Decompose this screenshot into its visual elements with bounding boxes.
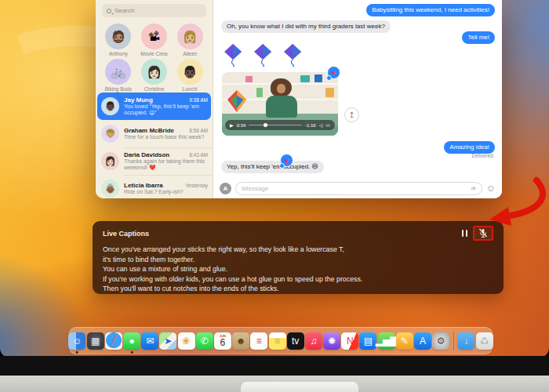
caption-line: Then you'll want to cut notches into the… — [103, 284, 493, 294]
emoji-picker-icon[interactable]: ☺ — [486, 183, 496, 193]
pinned-contact-name: Lunchi — [183, 86, 198, 92]
dock-app-icon[interactable]: ▂▅▇ — [378, 332, 395, 350]
share-button[interactable]: ↥ — [344, 107, 359, 122]
messages-window: Search 🧔🏽 Anthony 📽 Movie Crew 👩🏼 Aileen — [96, 0, 502, 198]
pinned-contact[interactable]: 📽 Movie Crew — [136, 24, 173, 56]
dock-app-icon[interactable]: ☺ — [68, 332, 85, 350]
heart-tapback: ♥ — [327, 66, 340, 79]
dock-app-icon[interactable]: ⚙ — [432, 332, 449, 350]
search-icon — [107, 9, 111, 13]
search-input[interactable]: Search — [102, 4, 206, 17]
message-bubble-outgoing: Amazing idea! — [444, 141, 495, 154]
dock-app-icon[interactable]: ✆ — [196, 332, 213, 350]
avatar: 👩🏼 — [177, 24, 203, 49]
dock-app-icon[interactable]: ↓ — [457, 332, 474, 350]
dock-app-icon[interactable]: ➤ — [159, 332, 176, 350]
pinned-contact[interactable]: 👩🏼 Aileen — [172, 24, 208, 56]
mic-mute-button-highlighted[interactable] — [473, 226, 493, 241]
volume-icon[interactable]: ◁ — [319, 122, 323, 128]
dock-app-icon[interactable]: ✉ — [141, 332, 158, 350]
conversation-row[interactable]: 👵🏾 Leticia Ibarra Yesterday Ride on Sat.… — [96, 175, 213, 198]
avatar: 👨🏿 — [101, 97, 119, 115]
caption-line: Once you've arranged your sticks the rig… — [103, 245, 493, 255]
conversation-time: 8:58 AM — [189, 128, 208, 133]
dock-app-icon[interactable]: ╱ — [105, 332, 122, 350]
conversation-time: Yesterday — [185, 183, 208, 188]
display-stand — [241, 382, 358, 392]
rainbow-kite — [227, 89, 247, 113]
dock-app-icon[interactable]: ≡ — [250, 332, 267, 350]
dock-app-icon[interactable]: ✎ — [396, 332, 413, 350]
message-bubble-outgoing: Babysitting this weekend, I need activit… — [366, 4, 495, 16]
kite-icon — [282, 43, 303, 67]
conversation-preview: Thanks again for taking them this weeken… — [124, 158, 208, 172]
caption-line: If you're working with older kids, you c… — [103, 274, 493, 285]
pause-captions-button[interactable] — [462, 230, 468, 237]
video-attachment[interactable]: ▶ 0:34 -1:16 ◁ ▭ — [222, 72, 338, 136]
pinned-contact-name: Aileen — [183, 51, 197, 56]
pinned-contact[interactable]: 🧔🏽 Anthony — [100, 24, 136, 56]
video-controls: ▶ 0:34 -1:16 ◁ ▭ — [225, 120, 335, 130]
person-sweater — [266, 96, 297, 118]
avatar: 👦🏼 — [101, 125, 119, 143]
pinned-conversations: 🧔🏽 Anthony 📽 Movie Crew 👩🏼 Aileen 🚲 Biki… — [96, 20, 213, 96]
conversation-row[interactable]: 👩🏻 Daria Davidson 8:43 AM Thanks again f… — [96, 147, 213, 175]
dock-app-icon[interactable]: ♺ — [476, 332, 493, 350]
scrubber-thumb[interactable] — [264, 123, 267, 127]
caption-line: You can use a mixture of string and glue… — [103, 264, 493, 274]
search-placeholder: Search — [115, 7, 134, 14]
kite-icon — [223, 43, 243, 67]
conversation-time: 9:38 AM — [189, 97, 208, 103]
message-bubble-incoming: Oh, you know what I did with my third gr… — [221, 20, 391, 33]
dock-app-icon[interactable] — [453, 332, 454, 350]
avatar: 👩🏻 — [141, 59, 167, 85]
caption-text: Once you've arranged your sticks the rig… — [93, 242, 504, 296]
message-bubble-incoming: Yep, this'll keep 'em occupied. 😆 — [221, 161, 324, 173]
dock-app-icon[interactable]: A — [414, 332, 431, 350]
kite-icon — [253, 43, 273, 67]
pinned-contact-name: Movie Crew — [140, 51, 167, 56]
delivered-status: Delivered — [472, 153, 493, 158]
avatar: 👩🏻 — [101, 152, 119, 170]
imessage-apps-button[interactable]: A — [220, 183, 231, 194]
dock-app-icon[interactable]: tv — [287, 332, 304, 350]
dock-app-icon[interactable]: ✺ — [323, 332, 340, 350]
conversation-row[interactable]: 👨🏿 Jay Mung 9:38 AM You loved “Yep, this… — [97, 93, 211, 120]
dock-app-icon[interactable]: ≡ — [269, 332, 286, 350]
pinned-contact[interactable]: 🚲 Biking Buds — [100, 59, 136, 92]
play-button[interactable]: ▶ — [230, 122, 234, 128]
audio-message-icon[interactable]: ıllı — [471, 186, 476, 191]
pinned-contact-name: Anthony — [109, 51, 128, 56]
pinned-contact[interactable]: 👩🏻 Christine — [136, 59, 173, 92]
live-captions-title: Live Captions — [103, 230, 149, 238]
display-screen: Search 🧔🏽 Anthony 📽 Movie Crew 👩🏼 Aileen — [0, 0, 549, 358]
elapsed-time: 0:34 — [237, 123, 246, 128]
message-thread: Babysitting this weekend, I need activit… — [213, 0, 502, 198]
heart-tapback: ♥ — [280, 154, 293, 167]
dock-app-icon[interactable]: ▤ — [359, 332, 376, 350]
dock-app-icon[interactable]: ☻ — [232, 332, 249, 350]
dock-app-icon[interactable]: ❀ — [178, 332, 195, 350]
caption-line: it's time to bind them together. — [103, 255, 493, 265]
conversation-name: Jay Mung — [124, 96, 153, 103]
conversation-name: Daria Davidson — [124, 151, 169, 158]
pinned-contact[interactable]: 👨🏿 Lunchi — [172, 59, 208, 92]
display-bezel — [0, 356, 549, 376]
dock-app-icon[interactable]: JUN 6 — [214, 332, 231, 350]
conversation-preview: You loved “Yep, this'll keep 'em occupie… — [124, 103, 208, 117]
conversation-time: 8:43 AM — [189, 152, 208, 158]
scrubber-track[interactable] — [249, 125, 302, 126]
conversation-preview: Time for a touch base this week? — [124, 134, 208, 141]
pip-icon[interactable]: ▭ — [325, 122, 330, 128]
live-captions-panel: Live Captions Once — [93, 221, 504, 294]
conversation-row[interactable]: 👦🏼 Graham McBride 8:58 AM Time for a tou… — [96, 120, 213, 147]
person-face — [277, 84, 285, 93]
dock-app-icon[interactable]: ♫ — [305, 332, 322, 350]
remaining-time: -1:16 — [305, 123, 316, 128]
dock-app-icon[interactable]: ▦ — [87, 332, 104, 350]
message-input-bar: A iMessage ıllı ☺ — [213, 178, 502, 198]
dock-app-icon[interactable]: N — [341, 332, 358, 350]
messages-sidebar: Search 🧔🏽 Anthony 📽 Movie Crew 👩🏼 Aileen — [96, 0, 213, 198]
dock-app-icon[interactable]: ● — [123, 332, 140, 350]
message-input[interactable]: iMessage ıllı — [235, 182, 482, 195]
